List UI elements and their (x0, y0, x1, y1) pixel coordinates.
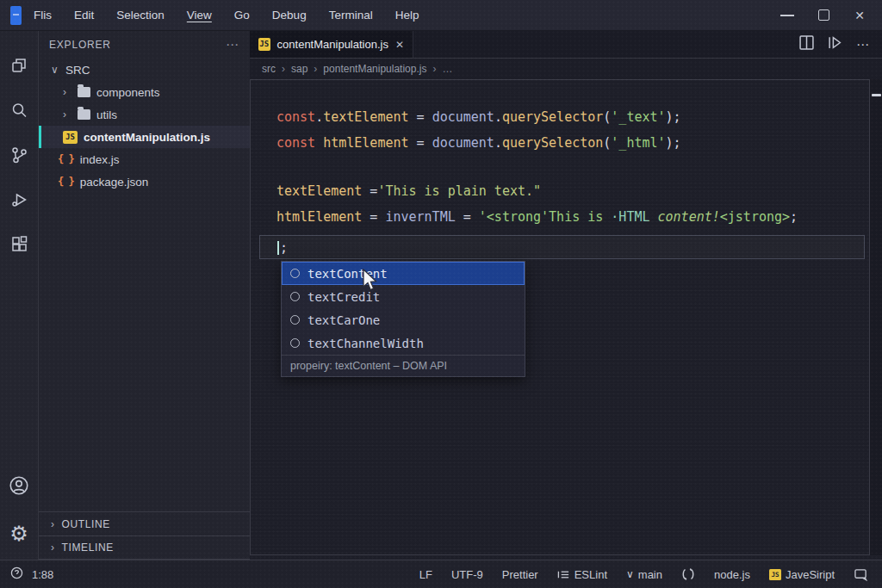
menu-terminal[interactable]: Terminal (329, 9, 373, 22)
menu-help[interactable]: Help (395, 9, 419, 22)
tree-folder-utils[interactable]: › utils (39, 103, 250, 126)
chevron-right-icon: › (51, 518, 55, 530)
search-icon[interactable] (0, 88, 39, 133)
code-blank-line (251, 156, 869, 178)
suggestion-textchannelwidth[interactable]: textChannelWidth (282, 331, 525, 355)
status-bar: 1:88 LF UTF-9 Prettier ESLint ∨ main nod… (0, 560, 882, 588)
run-debug-icon[interactable] (0, 177, 39, 222)
branch-indicator[interactable]: ∨ main (626, 568, 662, 581)
close-button[interactable]: ✕ (853, 9, 866, 22)
tab-close-icon[interactable]: ✕ (395, 39, 404, 51)
run-file-icon[interactable] (828, 35, 842, 53)
extensions-icon[interactable] (0, 222, 39, 267)
breadcrumb-more-icon[interactable]: … (442, 63, 452, 75)
formatter-indicator[interactable]: Prettier (502, 568, 538, 581)
folder-label: components (96, 86, 160, 99)
suggestion-label: textContent (307, 267, 388, 281)
timeline-label: TIMELINE (62, 542, 114, 554)
code-token: ; (280, 240, 288, 256)
menu-file[interactable]: Flis (34, 9, 52, 22)
code-line: textElement ='This is plain text." (251, 178, 869, 204)
code-token: <jstrong> (720, 209, 790, 225)
tree-folder-components[interactable]: › components (39, 81, 250, 103)
code-token: = (362, 183, 377, 199)
code-token: ( (603, 135, 611, 151)
menu-view[interactable]: View (187, 9, 212, 22)
code-token: = (362, 209, 385, 225)
sync-icon[interactable] (681, 567, 695, 581)
suggestion-textcredit[interactable]: textCredit (282, 285, 525, 308)
javascript-badge-icon: JS (769, 569, 781, 580)
explorer-actions-icon[interactable]: ⋯ (226, 37, 239, 53)
chevron-right-icon: › (282, 63, 285, 75)
minimize-icon (780, 15, 794, 16)
app-logo-icon (10, 6, 22, 25)
tree-file-package[interactable]: { } package.json (39, 170, 250, 193)
account-icon[interactable] (0, 463, 39, 508)
menu-selection[interactable]: Selection (116, 9, 165, 22)
chevron-down-icon: ∨ (51, 64, 59, 76)
language-indicator[interactable]: JS JaveSiript (769, 568, 835, 581)
chevron-right-icon: › (63, 108, 71, 121)
explorer-header: EXPLORER ⋯ (39, 31, 250, 59)
explorer-icon[interactable] (0, 43, 39, 88)
code-token: . (315, 109, 323, 125)
code-token: . (494, 135, 502, 151)
sidebar-bottom-sections: › OUTLINE › TIMELINE (39, 511, 250, 560)
maximize-button[interactable] (817, 9, 830, 22)
maximize-icon (818, 9, 829, 21)
suggestion-kind-icon (290, 269, 300, 278)
code-token (315, 135, 323, 151)
encoding-indicator[interactable]: UTF-9 (451, 568, 483, 581)
breadcrumb-segment[interactable]: sap (291, 63, 307, 75)
runtime-indicator[interactable]: node.js (714, 568, 750, 581)
tab-bar: JS contentManipulation.js ✕ ⋯ (250, 31, 882, 59)
code-token: htmlElement (276, 209, 362, 225)
suggestion-kind-icon (290, 315, 300, 325)
status-info-icon[interactable] (10, 566, 23, 582)
eol-indicator[interactable]: LF (419, 568, 432, 581)
split-editor-icon[interactable] (799, 35, 814, 53)
code-token: = (456, 209, 479, 225)
code-token: textElement (276, 183, 362, 199)
suggestion-label: textCredit (307, 290, 380, 304)
timeline-section[interactable]: › TIMELINE (39, 535, 250, 560)
json-braces-icon: { } (58, 176, 74, 188)
menu-go[interactable]: Go (234, 9, 250, 22)
code-token: querySelector (502, 109, 603, 125)
tree-root-src[interactable]: ∨ SRC (39, 59, 250, 81)
menu-debug[interactable]: Debug (272, 9, 307, 22)
text-cursor (277, 241, 279, 255)
tab-contentmanipulation[interactable]: JS contentManipulation.js ✕ (250, 31, 413, 58)
chevron-right-icon: › (314, 63, 317, 75)
code-token: = (409, 135, 432, 151)
code-token: ·HTML (611, 209, 657, 225)
more-actions-icon[interactable]: ⋯ (856, 37, 870, 53)
code-token: ); (666, 109, 681, 125)
javascript-file-icon: JS (258, 38, 270, 51)
minimize-button[interactable] (780, 9, 794, 22)
settings-gear-icon[interactable]: ⚙ (0, 508, 39, 560)
code-token: textElement (323, 109, 408, 125)
menu-edit[interactable]: Edit (74, 9, 94, 22)
suggestion-textcarone[interactable]: textCarOne (282, 308, 525, 331)
breadcrumb: src › sap › pontentManipulatiop.js › … (250, 59, 882, 79)
tree-file-index[interactable]: { } index.js (39, 148, 250, 170)
list-icon (557, 568, 570, 581)
scrollbar-thumb[interactable] (872, 94, 881, 96)
file-tree: ∨ SRC › components › utils JS contentMan… (39, 59, 250, 193)
notifications-icon[interactable] (854, 568, 868, 581)
cursor-position[interactable]: 1:88 (32, 568, 53, 581)
folder-icon (78, 109, 90, 120)
outline-label: OUTLINE (62, 518, 110, 530)
code-token: const (276, 135, 315, 151)
tree-file-contentmanipulation[interactable]: JS contentManipulation.js (39, 126, 250, 148)
breadcrumb-segment[interactable]: src (262, 63, 276, 75)
breadcrumb-segment[interactable]: pontentManipulatiop.js (323, 63, 426, 75)
window-controls: ✕ (780, 9, 882, 22)
suggestion-textcontent[interactable]: textContent (282, 262, 525, 285)
menu-bar: Flis Edit Selection View Go Debug Termin… (34, 9, 419, 22)
linter-indicator[interactable]: ESLint (557, 568, 607, 581)
source-control-icon[interactable] (0, 133, 39, 177)
outline-section[interactable]: › OUTLINE (39, 511, 250, 535)
